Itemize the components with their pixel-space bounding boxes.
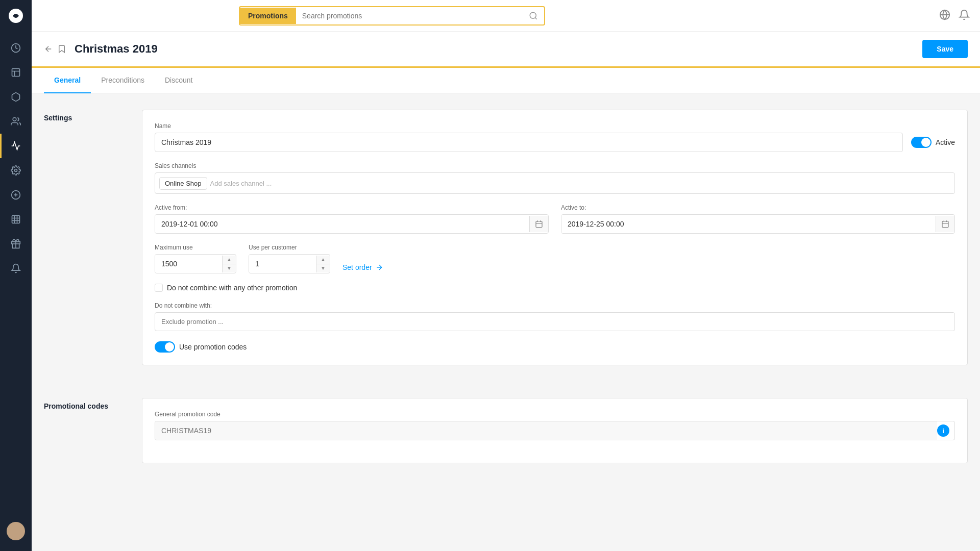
active-from-input-wrap — [155, 214, 549, 234]
sidebar-item-bell[interactable] — [0, 256, 32, 281]
active-toggle-container: Active — [911, 137, 955, 148]
topbar: Promotions — [32, 0, 980, 32]
use-per-customer-field: Use per customer ▲ ▼ — [249, 244, 330, 273]
bookmark-button[interactable] — [57, 44, 66, 54]
notification-bell-button[interactable] — [959, 9, 970, 22]
tabs-bar: General Preconditions Discount — [32, 68, 980, 93]
sidebar — [0, 0, 32, 551]
use-promo-codes-label: Use promotion codes — [179, 343, 247, 351]
sales-channels-label: Sales channels — [155, 162, 955, 169]
arrow-right-icon — [375, 263, 383, 271]
use-per-customer-increment[interactable]: ▲ — [316, 256, 330, 264]
tab-preconditions[interactable]: Preconditions — [91, 68, 155, 93]
search-icon-button[interactable] — [523, 7, 544, 24]
no-combine-checkbox[interactable] — [155, 284, 163, 292]
promotional-codes-section: Promotional codes General promotion code… — [32, 382, 980, 480]
svg-point-4 — [15, 169, 17, 172]
promotional-codes-content: General promotion code i — [142, 398, 968, 463]
search-bar: Promotions — [239, 6, 545, 26]
sidebar-item-promotions[interactable] — [0, 134, 32, 158]
online-shop-tag[interactable]: Online Shop — [159, 177, 207, 190]
usage-group: Maximum use ▲ ▼ Use per customer — [155, 244, 955, 273]
promotional-codes-label: Promotional codes — [44, 398, 126, 463]
use-per-customer-input-wrap: ▲ ▼ — [249, 254, 330, 273]
general-code-label: General promotion code — [155, 411, 955, 418]
topbar-right — [939, 9, 970, 22]
sidebar-item-customers[interactable] — [0, 109, 32, 134]
set-order-link[interactable]: Set order — [342, 263, 383, 273]
sales-channels-input[interactable]: Online Shop Add sales channel ... — [155, 172, 955, 194]
globe-icon — [939, 9, 950, 20]
max-use-input[interactable] — [155, 255, 222, 273]
sidebar-item-orders[interactable] — [0, 60, 32, 85]
sidebar-item-products[interactable] — [0, 85, 32, 109]
exclude-input[interactable] — [155, 312, 955, 331]
svg-point-3 — [13, 118, 16, 121]
search-input[interactable] — [296, 8, 523, 24]
sidebar-item-dashboard[interactable] — [0, 36, 32, 60]
sidebar-item-add[interactable] — [0, 183, 32, 207]
back-navigation — [44, 44, 66, 54]
save-button[interactable]: Save — [922, 40, 968, 58]
search-tab-promotions[interactable]: Promotions — [240, 8, 296, 24]
page-header: Christmas 2019 Save — [32, 32, 980, 68]
active-to-input[interactable] — [561, 215, 936, 233]
sales-channel-placeholder: Add sales channel ... — [210, 180, 272, 187]
general-code-field-group: General promotion code i — [155, 411, 955, 440]
tab-general[interactable]: General — [44, 68, 91, 93]
max-use-field: Maximum use ▲ ▼ — [155, 244, 236, 273]
no-combine-row: Do not combine with any other promotion — [155, 284, 955, 292]
active-to-calendar-button[interactable] — [936, 216, 954, 232]
svg-rect-8 — [12, 216, 20, 223]
max-use-label: Maximum use — [155, 244, 236, 251]
use-per-customer-spinners: ▲ ▼ — [316, 256, 330, 272]
svg-rect-17 — [942, 221, 948, 228]
exclude-label: Do not combine with: — [155, 302, 955, 309]
sidebar-item-reports[interactable] — [0, 207, 32, 232]
active-to-field: Active to: — [561, 204, 955, 234]
exclude-field-group: Do not combine with: — [155, 302, 955, 331]
sales-channels-field-group: Sales channels Online Shop Add sales cha… — [155, 162, 955, 194]
use-per-customer-input[interactable] — [249, 255, 316, 273]
date-range-group: Active from: — [155, 204, 955, 234]
name-field-row: Active — [155, 133, 955, 152]
max-use-decrement[interactable]: ▼ — [223, 264, 236, 272]
promo-code-input[interactable] — [155, 421, 937, 440]
sidebar-navigation — [0, 32, 32, 515]
bookmark-icon — [57, 44, 66, 54]
active-to-input-wrap — [561, 214, 955, 234]
info-badge[interactable]: i — [937, 424, 949, 437]
tab-discount[interactable]: Discount — [155, 68, 203, 93]
active-from-input[interactable] — [155, 215, 529, 233]
calendar-icon-2 — [941, 220, 949, 228]
sidebar-logo[interactable] — [0, 0, 32, 32]
calendar-icon — [535, 220, 543, 228]
search-icon — [529, 11, 538, 20]
use-promo-codes-toggle[interactable] — [155, 341, 175, 353]
sidebar-item-gift[interactable] — [0, 232, 32, 256]
active-from-calendar-button[interactable] — [529, 216, 548, 232]
active-to-label: Active to: — [561, 204, 955, 211]
active-from-field: Active from: — [155, 204, 549, 234]
no-combine-label: Do not combine with any other promotion — [167, 284, 297, 292]
use-per-customer-decrement[interactable]: ▼ — [316, 264, 330, 272]
name-input[interactable] — [155, 133, 903, 152]
sidebar-item-settings[interactable] — [0, 158, 32, 183]
active-toggle-label: Active — [936, 138, 955, 146]
active-toggle[interactable] — [911, 137, 932, 148]
name-field-label: Name — [155, 122, 955, 130]
page-title: Christmas 2019 — [75, 42, 922, 56]
back-button[interactable] — [44, 44, 53, 54]
use-promo-codes-container: Use promotion codes — [155, 341, 955, 353]
avatar-image — [7, 522, 25, 540]
svg-point-11 — [530, 12, 536, 18]
settings-content: Name Active Sales channels Online Shop — [142, 110, 968, 365]
active-from-label: Active from: — [155, 204, 549, 211]
settings-section: Settings Name Active Sales channels — [32, 93, 980, 382]
max-use-spinners: ▲ ▼ — [222, 256, 236, 272]
max-use-increment[interactable]: ▲ — [223, 256, 236, 264]
sidebar-avatar[interactable] — [0, 515, 32, 547]
globe-icon-button[interactable] — [939, 9, 950, 22]
set-order-label: Set order — [342, 263, 372, 271]
svg-rect-2 — [12, 69, 20, 77]
